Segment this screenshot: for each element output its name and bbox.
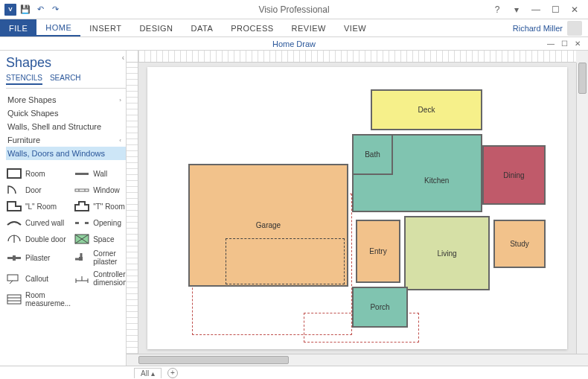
- shape-icon: [74, 252, 90, 264]
- title-bar: V 💾 ↶ ↷ Visio Professional ? ▾ — ☐ ✕: [0, 0, 588, 19]
- add-page-button[interactable]: +: [167, 368, 178, 378]
- room-bath[interactable]: Bath: [352, 134, 393, 175]
- stencils-tab[interactable]: STENCILS: [6, 74, 42, 85]
- save-button[interactable]: 💾: [19, 4, 31, 16]
- stencil-item[interactable]: Double door: [6, 232, 71, 246]
- room-deck[interactable]: Deck: [371, 89, 482, 130]
- tab-insert[interactable]: INSERT: [80, 19, 130, 36]
- room-living[interactable]: Living: [404, 216, 490, 290]
- drawing-surface[interactable]: KitchenDeckGarageBathDiningEntryLivingSt…: [138, 63, 576, 354]
- close-button[interactable]: ✕: [566, 2, 584, 17]
- category-label: Walls, Doors and Windows: [7, 149, 105, 158]
- shape-icon: [6, 184, 22, 196]
- stencil-categories: More Shapes›Quick ShapesWalls, Shell and…: [6, 93, 126, 160]
- stencil-category[interactable]: Furniture‹: [6, 133, 126, 147]
- shape-label: Callout: [25, 275, 48, 283]
- avatar: [567, 21, 582, 36]
- shape-icon: [6, 200, 22, 212]
- ruler-horizontal[interactable]: [138, 51, 576, 63]
- svg-rect-11: [13, 255, 16, 261]
- shape-label: Curved wall: [25, 219, 64, 227]
- shape-label: Controller dimension: [93, 270, 127, 287]
- shape-icon: [6, 233, 22, 245]
- shape-label: Window: [93, 186, 120, 194]
- stencil-item[interactable]: Pilaster: [6, 248, 71, 267]
- tab-process[interactable]: PROCESS: [222, 19, 282, 36]
- ribbon-opts-button[interactable]: ▾: [508, 2, 525, 17]
- stencil-category[interactable]: More Shapes›: [6, 93, 126, 106]
- room-study[interactable]: Study: [493, 220, 546, 268]
- stencil-category[interactable]: Walls, Shell and Structure: [6, 120, 126, 133]
- room-dining[interactable]: Dining: [482, 145, 546, 205]
- shape-icon: [6, 168, 22, 179]
- scrollbar-horizontal[interactable]: [138, 354, 576, 366]
- stencil-item[interactable]: Space: [74, 232, 127, 246]
- shapes-tabs: STENCILS SEARCH: [6, 74, 126, 89]
- page-tab-all[interactable]: All ▴: [134, 368, 162, 378]
- stencil-item[interactable]: Opening: [74, 215, 127, 230]
- category-label: More Shapes: [7, 95, 56, 104]
- doc-close-button[interactable]: ✕: [572, 39, 584, 48]
- app-icon: V: [4, 4, 16, 16]
- stencil-item[interactable]: "L" Room: [6, 199, 71, 214]
- stencil-item[interactable]: Curved wall: [6, 215, 71, 230]
- user-name: Richard Miller: [513, 24, 563, 33]
- shape-label: Door: [25, 186, 42, 194]
- help-button[interactable]: ?: [488, 2, 506, 17]
- svg-rect-2: [75, 189, 89, 191]
- stencil-category[interactable]: Walls, Doors and Windows: [6, 147, 126, 160]
- tab-design[interactable]: DESIGN: [130, 19, 182, 36]
- stencil-item[interactable]: Room: [6, 166, 71, 181]
- undo-button[interactable]: ↶: [34, 4, 46, 16]
- shape-icon: [6, 252, 22, 264]
- tab-data[interactable]: DATA: [182, 19, 223, 36]
- svg-rect-5: [75, 222, 79, 224]
- stencil-item[interactable]: Controller dimension: [74, 269, 127, 288]
- doc-maximize-button[interactable]: ☐: [558, 39, 570, 48]
- shapes-pane: ‹ Shapes STENCILS SEARCH More Shapes›Qui…: [0, 51, 127, 366]
- stencil-item[interactable]: Corner pilaster: [74, 248, 127, 267]
- room-entry[interactable]: Entry: [356, 220, 400, 283]
- chevron-icon: ‹: [119, 137, 124, 144]
- stencil-item[interactable]: Wall: [74, 166, 127, 181]
- doc-minimize-button[interactable]: —: [545, 39, 557, 48]
- document-controls: — ☐ ✕: [545, 39, 588, 48]
- minimize-button[interactable]: —: [527, 2, 545, 17]
- svg-rect-1: [75, 173, 89, 175]
- document-bar: Home Draw — ☐ ✕: [0, 37, 588, 51]
- shape-icon: [74, 168, 90, 179]
- shape-label: Wall: [93, 170, 107, 178]
- maximize-button[interactable]: ☐: [546, 2, 564, 17]
- file-tab[interactable]: FILE: [0, 19, 36, 36]
- stencil-item[interactable]: Door: [6, 182, 71, 197]
- room-porch[interactable]: Porch: [352, 287, 408, 328]
- tab-review[interactable]: REVIEW: [283, 19, 335, 36]
- search-tab[interactable]: SEARCH: [50, 74, 81, 85]
- stencil-item[interactable]: Room measureme...: [6, 290, 71, 309]
- stencil-item[interactable]: Window: [74, 182, 127, 197]
- tab-view[interactable]: VIEW: [335, 19, 375, 36]
- svg-rect-12: [79, 257, 83, 261]
- tab-home[interactable]: HOME: [36, 19, 80, 36]
- user-area[interactable]: Richard Miller: [513, 19, 588, 36]
- scrollbar-vertical[interactable]: [576, 63, 588, 354]
- stencil-item[interactable]: "T" Room: [74, 199, 127, 214]
- category-label: Furniture: [7, 136, 40, 144]
- redo-button[interactable]: ↷: [49, 4, 61, 16]
- ruler-vertical[interactable]: [127, 63, 138, 354]
- collapse-pane-button[interactable]: ‹: [122, 54, 124, 62]
- ribbon-tabs: FILE HOME INSERT DESIGN DATA PROCESS REV…: [0, 19, 588, 37]
- page-tabs: All ▴ +: [0, 366, 588, 379]
- shape-label: Double door: [25, 235, 65, 243]
- page[interactable]: KitchenDeckGarageBathDiningEntryLivingSt…: [147, 67, 567, 349]
- shape-label: "T" Room: [93, 203, 125, 211]
- stencil-item[interactable]: Callout: [6, 269, 71, 288]
- shape-icon: [6, 273, 22, 284]
- quick-access-toolbar: V 💾 ↶ ↷: [0, 4, 61, 16]
- shape-label: Pilaster: [25, 254, 50, 262]
- category-label: Walls, Shell and Structure: [7, 122, 101, 131]
- stencil-category[interactable]: Quick Shapes: [6, 106, 126, 120]
- shape-label: Room measureme...: [25, 291, 71, 308]
- svg-rect-6: [85, 222, 89, 224]
- shape-label: Corner pilaster: [93, 249, 127, 266]
